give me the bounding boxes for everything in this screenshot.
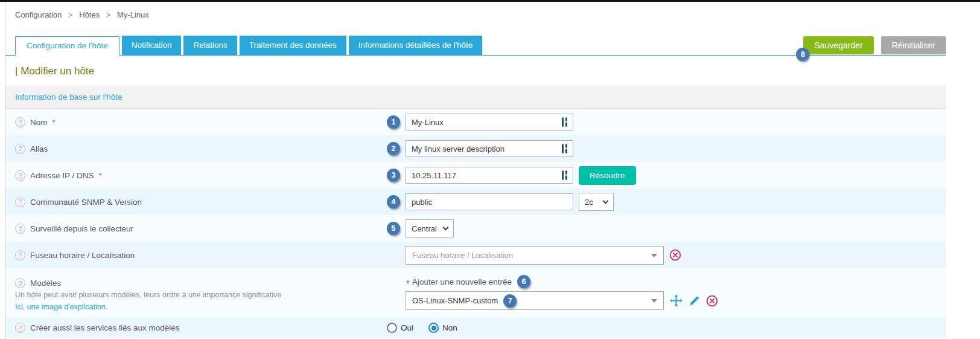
breadcrumb: Configuration > Hôtes > My-Linux: [5, 2, 946, 27]
radio-circle-icon: [387, 323, 397, 333]
radio-yes-label: Oui: [401, 323, 413, 332]
help-icon[interactable]: ?: [15, 250, 25, 260]
breadcrumb-current-host: My-Linux: [117, 10, 149, 19]
form-actions: Sauvegarder 8 Réinitialiser: [803, 36, 946, 55]
form-row-timezone: ? Fuseau horaire / Localisation Fuseau h…: [5, 242, 946, 268]
help-icon[interactable]: ?: [15, 197, 25, 207]
templates-hint-link[interactable]: Ici, une image d'explication.: [15, 302, 107, 312]
tab-relations[interactable]: Relations: [183, 36, 237, 55]
timezone-placeholder: Fuseau horaire / Localisation: [412, 251, 513, 260]
macro-wizard-icon[interactable]: [562, 144, 569, 153]
add-template-entry-button[interactable]: + Ajouter une nouvelle entrée: [406, 277, 512, 286]
help-icon[interactable]: ?: [15, 144, 25, 154]
tab-host-configuration[interactable]: Configuration de l'hôte: [15, 36, 119, 56]
dropdown-arrow-icon: [651, 299, 657, 303]
radio-yes[interactable]: Oui: [387, 323, 413, 333]
radio-no-label: Non: [442, 323, 457, 332]
breadcrumb-separator: >: [68, 10, 73, 19]
form-row-poller: ? Surveillé depuis le collecteur 5 Centr…: [5, 215, 946, 242]
annotation-badge-3: 3: [387, 169, 400, 182]
alias-input[interactable]: [406, 140, 573, 157]
poller-value: Central: [412, 224, 437, 233]
tab-notification[interactable]: Notification: [122, 36, 182, 55]
annotation-badge-6: 6: [517, 275, 530, 288]
section-header-basic-info: Information de base sur l'hôte: [5, 86, 946, 109]
required-asterisk: *: [52, 118, 56, 127]
address-input[interactable]: [406, 167, 573, 184]
radio-no[interactable]: Non: [428, 323, 457, 333]
save-button-label: Sauvegarder: [814, 40, 862, 50]
form-row-create-services: ? Créer aussi les services liés aux modè…: [5, 318, 946, 338]
form-row-snmp: ? Communauté SNMP & Version 4 2c: [5, 189, 946, 215]
template-edit-pencil-icon[interactable]: [689, 295, 700, 306]
chevron-down-icon: [443, 224, 449, 230]
help-icon[interactable]: ?: [15, 170, 25, 181]
template-delete-icon[interactable]: [706, 295, 718, 307]
form-row-name: ? Nom * 1: [5, 109, 946, 135]
timezone-select2[interactable]: Fuseau horaire / Localisation: [406, 246, 664, 265]
snmp-community-input[interactable]: [406, 193, 573, 210]
address-label: Adresse IP / DNS: [30, 171, 94, 180]
annotation-badge-4: 4: [387, 195, 400, 208]
breadcrumb-separator: >: [106, 10, 111, 19]
required-asterisk: *: [99, 171, 102, 180]
templates-label: Modèles: [30, 279, 61, 288]
macro-wizard-icon[interactable]: [562, 171, 569, 180]
help-icon[interactable]: ?: [15, 117, 25, 128]
template-value: OS-Linux-SNMP-custom: [412, 296, 498, 305]
host-config-page: Configuration > Hôtes > My-Linux Configu…: [5, 2, 946, 339]
tab-bar: Configuration de l'hôte Notification Rel…: [5, 36, 946, 56]
name-label: Nom: [30, 118, 48, 127]
breadcrumb-configuration[interactable]: Configuration: [15, 10, 62, 19]
reset-button[interactable]: Réinitialiser: [881, 36, 946, 54]
templates-hint-text: Un hôte peut avoir plusieurs modèles, le…: [15, 290, 281, 300]
tab-host-details[interactable]: Informations détaillées de l'hôte: [349, 36, 482, 55]
form-row-templates: ? Modèles Un hôte peut avoir plusieurs m…: [5, 268, 946, 318]
help-icon[interactable]: ?: [15, 224, 25, 234]
form-row-alias: ? Alias 2: [5, 135, 946, 162]
form-row-address: ? Adresse IP / DNS * 3 Résoudre: [5, 162, 946, 189]
chevron-down-icon: [603, 198, 609, 204]
help-icon[interactable]: ?: [15, 278, 25, 288]
annotation-badge-2: 2: [387, 142, 400, 155]
annotation-badge-5: 5: [387, 222, 400, 235]
alias-label: Alias: [30, 144, 48, 153]
snmp-version-select[interactable]: 2c: [579, 193, 614, 211]
dropdown-arrow-icon: [651, 254, 657, 257]
help-icon[interactable]: ?: [15, 323, 25, 333]
snmp-version-value: 2c: [585, 198, 593, 207]
save-button[interactable]: Sauvegarder 8: [803, 36, 873, 54]
annotation-badge-7: 7: [503, 294, 517, 308]
timezone-label: Fuseau horaire / Localisation: [30, 251, 135, 260]
poller-label: Surveillé depuis le collecteur: [30, 224, 133, 233]
macro-wizard-icon[interactable]: [562, 118, 569, 127]
breadcrumb-hosts[interactable]: Hôtes: [79, 10, 100, 19]
timezone-clear-icon[interactable]: [669, 249, 681, 261]
radio-circle-selected-icon: [428, 323, 439, 333]
tab-data-processing[interactable]: Traitement des données: [240, 36, 346, 55]
name-input[interactable]: [406, 114, 573, 131]
template-select2[interactable]: OS-Linux-SNMP-custom 7: [406, 291, 664, 310]
annotation-badge-1: 1: [387, 115, 400, 129]
resolve-button[interactable]: Résoudre: [579, 166, 636, 185]
snmp-label: Communauté SNMP & Version: [30, 198, 142, 207]
template-move-icon[interactable]: [670, 294, 682, 307]
create-services-label: Créer aussi les services liés aux modèle…: [30, 323, 180, 332]
poller-select[interactable]: Central: [406, 219, 454, 237]
